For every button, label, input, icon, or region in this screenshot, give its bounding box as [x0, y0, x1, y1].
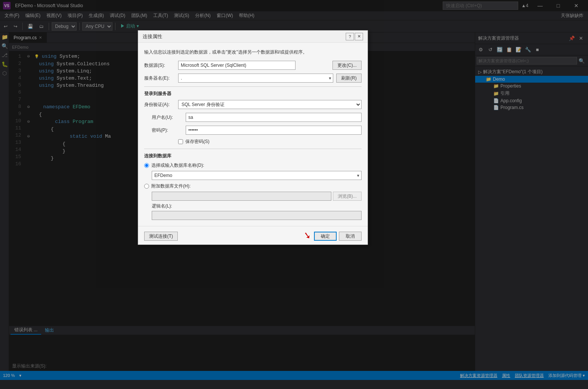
section-divider-2 — [144, 149, 362, 149]
dialog-title-controls: ? ✕ — [346, 33, 363, 40]
auth-row: 身份验证(A): SQL Server 身份验证 — [144, 100, 362, 109]
logical-name-section: 逻辑名(L): — [144, 203, 362, 220]
dialog-close-button[interactable]: ✕ — [355, 33, 363, 40]
logical-name-input[interactable] — [152, 211, 362, 220]
auth-select[interactable]: SQL Server 身份验证 — [178, 100, 362, 109]
select-db-radio[interactable] — [144, 163, 149, 168]
select-db-radio-row: 选择或输入数据库名称(D): — [144, 162, 362, 169]
dialog-title-bar: 连接属性 ? ✕ — [138, 31, 368, 43]
test-connection-button[interactable]: 测试连接(T) — [144, 232, 178, 241]
dialog-footer-right: 确定 取消 — [314, 232, 362, 241]
save-password-label[interactable]: 保存密码(S) — [185, 138, 209, 145]
section-divider-1 — [144, 86, 362, 87]
logical-name-label: 逻辑名(L): — [152, 203, 172, 209]
username-row: 用户名(U): — [144, 113, 362, 122]
connection-properties-dialog: 连接属性 ? ✕ 输入信息以连接到选定的数据源，或单击"更改"选择另一个数据源和… — [138, 30, 368, 245]
datasource-row: 数据源(S): 更改(C)... — [144, 61, 362, 70]
ok-button[interactable]: 确定 — [314, 232, 337, 241]
dialog-overlay: 连接属性 ? ✕ 输入信息以连接到选定的数据源，或单击"更改"选择另一个数据源和… — [0, 0, 588, 389]
browse-button[interactable]: 浏览(B)... — [333, 192, 362, 201]
dialog-help-button[interactable]: ? — [346, 33, 354, 40]
password-label: 密码(P): — [152, 127, 186, 134]
attach-file-input[interactable] — [152, 192, 331, 201]
datasource-field — [178, 61, 329, 70]
attach-file-label[interactable]: 附加数据库文件(H): — [151, 183, 191, 189]
username-field — [186, 113, 362, 122]
servername-row: 服务器名(E): ▼ 刷新(R) — [144, 74, 362, 83]
change-button[interactable]: 更改(C)... — [332, 61, 362, 70]
arrow-indicator: ➘ — [303, 229, 312, 241]
attach-file-radio-row: 附加数据库文件(H): — [144, 183, 362, 189]
dialog-footer-left: 测试连接(T) — [144, 232, 178, 241]
arrow-area: ➘ — [178, 230, 314, 241]
dialog-title: 连接属性 — [143, 33, 162, 40]
password-field — [186, 126, 362, 135]
password-row: 密码(P): — [144, 126, 362, 135]
refresh-button[interactable]: 刷新(R) — [336, 74, 362, 83]
db-name-input[interactable] — [152, 171, 362, 180]
dialog-footer: 测试连接(T) ➘ 确定 取消 — [138, 226, 368, 244]
username-label: 用户名(U): — [152, 114, 186, 121]
auth-label: 身份验证(A): — [144, 101, 178, 108]
save-password-checkbox[interactable] — [178, 139, 183, 144]
username-input[interactable] — [186, 113, 362, 122]
servername-label: 服务器名(E): — [144, 75, 178, 81]
auth-field: SQL Server 身份验证 — [178, 100, 362, 109]
db-name-combo: ▼ — [152, 171, 362, 180]
login-section-header: 登录到服务器 — [144, 91, 362, 97]
attach-file-radio[interactable] — [144, 184, 149, 189]
attach-file-row: 浏览(B)... — [144, 192, 362, 201]
dialog-description: 输入信息以连接到选定的数据源，或单击"更改"选择另一个数据源和/或提供程序。 — [144, 49, 362, 55]
datasource-input[interactable] — [178, 61, 296, 70]
cancel-button[interactable]: 取消 — [339, 232, 362, 241]
dialog-content: 输入信息以连接到选定的数据源，或单击"更改"选择另一个数据源和/或提供程序。 数… — [138, 43, 368, 226]
save-password-row: 保存密码(S) — [144, 138, 362, 145]
select-db-label[interactable]: 选择或输入数据库名称(D): — [151, 162, 204, 169]
db-name-dropdown-wrapper: ▼ — [144, 171, 362, 180]
password-input[interactable] — [186, 126, 362, 135]
datasource-label: 数据源(S): — [144, 62, 178, 69]
servername-input[interactable] — [178, 74, 333, 83]
servername-field: ▼ — [178, 74, 333, 83]
connect-db-section-header: 连接到数据库 — [144, 153, 362, 159]
